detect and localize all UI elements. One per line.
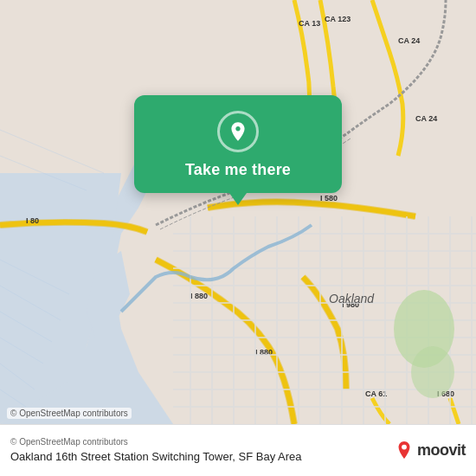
svg-point-42 bbox=[411, 346, 454, 398]
station-name: Oakland 16th Street Station Switching To… bbox=[10, 450, 395, 465]
moovit-pin-icon bbox=[395, 441, 414, 460]
svg-text:CA 24: CA 24 bbox=[415, 114, 437, 123]
svg-text:I 880: I 880 bbox=[190, 292, 208, 300]
location-pin-icon bbox=[227, 120, 249, 143]
moovit-text: moovit bbox=[417, 441, 466, 460]
map-background: I 80 I 880 I 880 I 980 I 580 CA 13 CA 12… bbox=[0, 0, 476, 424]
moovit-logo: moovit bbox=[395, 441, 466, 460]
osm-attribution: © OpenStreetMap contributors bbox=[10, 437, 395, 447]
svg-text:CA 24: CA 24 bbox=[398, 36, 420, 45]
map-container: I 80 I 880 I 880 I 980 I 580 CA 13 CA 12… bbox=[0, 0, 476, 424]
svg-text:Oakland: Oakland bbox=[329, 292, 375, 306]
footer-left: © OpenStreetMap contributors Oakland 16t… bbox=[10, 437, 395, 465]
map-attribution: © OpenStreetMap contributors bbox=[7, 408, 132, 419]
svg-text:CA 13: CA 13 bbox=[299, 19, 320, 28]
svg-text:I 580: I 580 bbox=[320, 194, 338, 203]
footer-bar: © OpenStreetMap contributors Oakland 16t… bbox=[0, 424, 476, 476]
svg-point-52 bbox=[402, 444, 407, 449]
svg-text:I 80: I 80 bbox=[26, 216, 39, 225]
popup-card: Take me there bbox=[134, 95, 342, 193]
svg-text:CA 123: CA 123 bbox=[325, 15, 351, 23]
location-icon-wrap bbox=[217, 111, 259, 152]
take-me-there-button[interactable]: Take me there bbox=[185, 161, 291, 179]
svg-text:CA 61: CA 61 bbox=[365, 389, 387, 398]
